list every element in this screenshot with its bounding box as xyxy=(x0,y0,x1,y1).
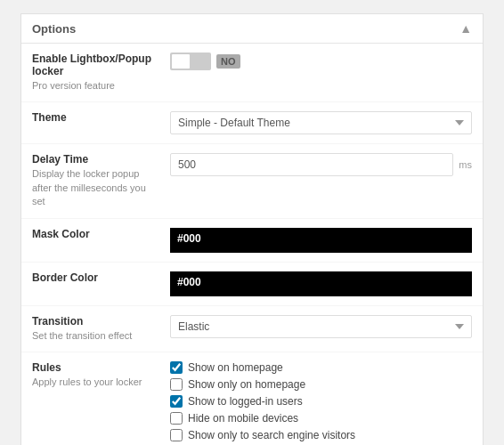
checkbox-hide-mobile-input[interactable] xyxy=(170,412,183,425)
rules-label-wrap: Rules Apply rules to your locker xyxy=(32,361,170,389)
theme-label: Theme xyxy=(32,111,161,124)
delay-time-label: Delay Time xyxy=(32,153,161,166)
checkbox-show-homepage-input[interactable] xyxy=(170,361,183,374)
rules-desc: Apply rules to your locker xyxy=(32,376,161,389)
theme-label-wrap: Theme xyxy=(32,111,170,125)
delay-input-wrap: ms xyxy=(170,153,472,176)
toggle-switch[interactable] xyxy=(170,53,211,70)
theme-select[interactable]: Simple - Default Theme Dark Theme Light … xyxy=(170,111,472,134)
enable-lightbox-control: NO xyxy=(170,53,472,70)
mask-color-label-wrap: Mask Color xyxy=(32,228,170,242)
delay-time-row: Delay Time Display the locker popup afte… xyxy=(21,144,483,218)
toggle-container: NO xyxy=(170,53,472,70)
panel-title: Options xyxy=(32,22,76,36)
transition-select[interactable]: Elastic Fade Slide xyxy=(170,315,472,338)
checkbox-show-logged-in: Show to logged-in users xyxy=(170,395,472,408)
delay-time-input[interactable] xyxy=(170,153,453,176)
checkbox-show-homepage: Show on homepage xyxy=(170,361,472,374)
border-color-picker[interactable]: #000 xyxy=(170,271,472,296)
mask-color-label: Mask Color xyxy=(32,228,161,240)
checkbox-show-search-engine-label: Show only to search engine visitors xyxy=(188,429,355,441)
transition-desc: Set the transition effect xyxy=(32,329,161,343)
rules-row: Rules Apply rules to your locker Show on… xyxy=(21,352,483,445)
checkbox-hide-mobile: Hide on mobile devices xyxy=(170,412,472,425)
checkbox-show-logged-in-label: Show to logged-in users xyxy=(188,395,303,408)
rules-control: Show on homepage Show only on homepage S… xyxy=(170,361,472,445)
enable-lightbox-label-wrap: Enable Lightbox/Popup locker Pro version… xyxy=(32,53,170,93)
rules-label: Rules xyxy=(32,361,161,374)
theme-control: Simple - Default Theme Dark Theme Light … xyxy=(170,111,472,134)
delay-time-desc: Display the locker popup after the mille… xyxy=(32,167,161,208)
transition-label-wrap: Transition Set the transition effect xyxy=(32,315,170,343)
checkbox-hide-mobile-label: Hide on mobile devices xyxy=(188,412,298,425)
delay-unit-label: ms xyxy=(459,159,472,170)
delay-time-control: ms xyxy=(170,153,472,176)
delay-time-label-wrap: Delay Time Display the locker popup afte… xyxy=(32,153,170,208)
checkbox-show-homepage-label: Show on homepage xyxy=(188,361,283,374)
enable-lightbox-desc: Pro version feature xyxy=(32,79,161,93)
mask-color-row: Mask Color #000 xyxy=(21,219,483,263)
enable-lightbox-label: Enable Lightbox/Popup locker xyxy=(32,53,161,77)
border-color-control: #000 xyxy=(170,271,472,296)
border-color-row: Border Color #000 xyxy=(21,263,483,306)
panel-body: Enable Lightbox/Popup locker Pro version… xyxy=(21,44,483,445)
transition-control: Elastic Fade Slide xyxy=(170,315,472,338)
border-color-label: Border Color xyxy=(32,271,161,284)
collapse-icon[interactable]: ▲ xyxy=(459,21,472,36)
checkbox-show-only-homepage: Show only on homepage xyxy=(170,378,472,391)
border-color-value: #000 xyxy=(177,276,201,288)
transition-label: Transition xyxy=(32,315,161,328)
options-panel: Options ▲ Enable Lightbox/Popup locker P… xyxy=(20,13,484,445)
panel-header: Options ▲ xyxy=(21,14,483,44)
toggle-knob xyxy=(172,54,190,69)
checkbox-show-search-engine: Show only to search engine visitors xyxy=(170,429,472,441)
transition-row: Transition Set the transition effect Ela… xyxy=(21,306,483,352)
checkbox-show-search-engine-input[interactable] xyxy=(170,429,183,441)
checkbox-show-only-homepage-label: Show only on homepage xyxy=(188,378,305,391)
enable-lightbox-row: Enable Lightbox/Popup locker Pro version… xyxy=(21,44,483,102)
checkbox-show-logged-in-input[interactable] xyxy=(170,395,183,408)
border-color-label-wrap: Border Color xyxy=(32,271,170,286)
rules-checkbox-list: Show on homepage Show only on homepage S… xyxy=(170,361,472,445)
mask-color-picker[interactable]: #000 xyxy=(170,228,472,253)
toggle-label: NO xyxy=(216,54,240,69)
mask-color-control: #000 xyxy=(170,228,472,253)
mask-color-value: #000 xyxy=(177,232,201,245)
checkbox-show-only-homepage-input[interactable] xyxy=(170,378,183,391)
theme-row: Theme Simple - Default Theme Dark Theme … xyxy=(21,102,483,144)
